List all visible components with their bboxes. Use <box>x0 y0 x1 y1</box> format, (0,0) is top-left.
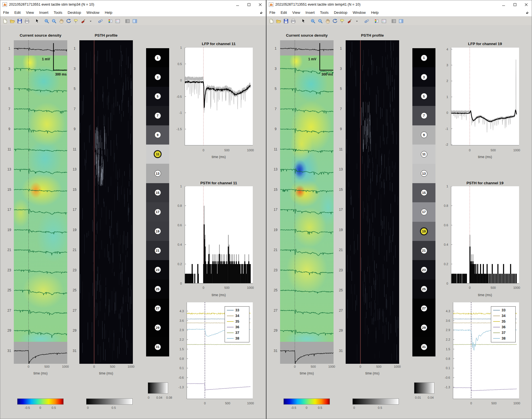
data-cursor-icon[interactable] <box>73 18 79 24</box>
channel-select-11[interactable]: 11 <box>412 145 435 164</box>
menu-edit[interactable]: Edit <box>281 10 287 15</box>
save-icon[interactable] <box>16 18 23 24</box>
link-plot-icon[interactable] <box>97 18 104 24</box>
channel-chip[interactable]: 1 <box>421 55 427 61</box>
menu-file[interactable]: File <box>269 10 275 15</box>
channel-select-15[interactable]: 15 <box>146 183 169 202</box>
channel-select-29[interactable]: 29 <box>146 318 169 337</box>
zoom-out-icon[interactable] <box>317 18 323 24</box>
menu-file[interactable]: File <box>3 10 9 15</box>
print-icon[interactable] <box>24 18 30 24</box>
insert-colorbar-icon[interactable] <box>107 18 113 24</box>
print-icon[interactable] <box>290 18 296 24</box>
insert-legend-icon[interactable] <box>381 18 387 24</box>
channel-chip[interactable]: 17 <box>421 209 427 215</box>
channel-select-25[interactable]: 25 <box>146 280 169 299</box>
dock-figure-icon[interactable] <box>260 11 263 14</box>
channel-chip[interactable]: 27 <box>421 305 427 312</box>
channel-chip[interactable]: 19 <box>155 228 161 234</box>
channel-chip[interactable]: 17 <box>155 209 161 215</box>
channel-select-13[interactable]: 13 <box>146 164 169 183</box>
channel-select-19[interactable]: 19 <box>412 222 435 241</box>
menu-help[interactable]: Help <box>371 10 379 15</box>
channel-chip[interactable]: 23 <box>421 267 427 273</box>
channel-chip[interactable]: 25 <box>421 286 427 292</box>
maximize-button[interactable] <box>509 0 520 9</box>
brush-icon[interactable] <box>80 18 86 24</box>
selected-channel-chip[interactable]: 11 <box>154 150 162 158</box>
channel-chip[interactable]: 21 <box>155 247 161 254</box>
zoom-in-icon[interactable] <box>43 18 50 24</box>
maximize-button[interactable] <box>243 0 254 9</box>
channel-chip[interactable]: 3 <box>155 74 161 80</box>
close-button[interactable] <box>520 0 532 9</box>
channel-select-7[interactable]: 7 <box>146 106 169 125</box>
pan-icon[interactable] <box>58 18 64 24</box>
channel-select-3[interactable]: 3 <box>412 67 435 87</box>
channel-chip[interactable]: 5 <box>155 93 161 99</box>
channel-select-21[interactable]: 21 <box>146 241 169 260</box>
pointer-icon[interactable] <box>33 18 40 24</box>
save-icon[interactable] <box>283 18 289 24</box>
channel-chip[interactable]: 9 <box>155 132 161 138</box>
channel-chip[interactable]: 13 <box>155 170 161 177</box>
channel-select-1[interactable]: 1 <box>146 48 169 67</box>
rotate-3d-icon[interactable] <box>65 18 72 24</box>
show-plot-tools-icon[interactable] <box>398 18 404 24</box>
channel-select-29[interactable]: 29 <box>412 318 435 337</box>
channel-select-5[interactable]: 5 <box>412 87 435 106</box>
channel-chip[interactable]: 11 <box>421 151 427 158</box>
channel-select-9[interactable]: 9 <box>412 125 435 145</box>
brush-icon[interactable] <box>346 18 353 24</box>
brush-caret-icon[interactable] <box>354 18 360 24</box>
menu-insert[interactable]: Insert <box>305 10 315 15</box>
channel-select-25[interactable]: 25 <box>412 280 435 299</box>
open-file-icon[interactable] <box>275 18 282 24</box>
channel-select-21[interactable]: 21 <box>412 241 435 260</box>
channel-chip[interactable]: 25 <box>155 286 161 292</box>
channel-chip[interactable]: 21 <box>421 247 427 254</box>
menu-help[interactable]: Help <box>105 10 112 15</box>
channel-select-11[interactable]: 11 <box>146 145 169 164</box>
channel-select-27[interactable]: 27 <box>412 299 435 318</box>
menu-tools[interactable]: Tools <box>54 10 62 15</box>
channel-chip[interactable]: 29 <box>421 324 427 331</box>
channel-chip[interactable]: 7 <box>421 112 427 119</box>
menu-tools[interactable]: Tools <box>320 10 328 15</box>
show-plot-tools-icon[interactable] <box>131 18 138 24</box>
channel-select-23[interactable]: 23 <box>412 260 435 279</box>
open-file-icon[interactable] <box>9 18 15 24</box>
menu-view[interactable]: View <box>26 10 34 15</box>
menu-window[interactable]: Window <box>353 10 366 15</box>
close-button[interactable] <box>254 0 266 9</box>
insert-legend-icon[interactable] <box>114 18 121 24</box>
menu-insert[interactable]: Insert <box>39 10 48 15</box>
channel-select-3[interactable]: 3 <box>146 67 169 87</box>
zoom-out-icon[interactable] <box>51 18 57 24</box>
channel-select-5[interactable]: 5 <box>146 87 169 106</box>
channel-select-13[interactable]: 13 <box>412 164 435 183</box>
menu-desktop[interactable]: Desktop <box>68 10 81 15</box>
zoom-in-icon[interactable] <box>310 18 316 24</box>
channel-chip[interactable]: 1 <box>155 55 161 61</box>
channel-chip[interactable]: 7 <box>155 112 161 119</box>
channel-chip[interactable]: 15 <box>155 189 161 196</box>
channel-select-17[interactable]: 17 <box>146 202 169 221</box>
channel-chip[interactable]: 23 <box>155 267 161 273</box>
hide-plot-tools-icon[interactable] <box>390 18 397 24</box>
channel-select-27[interactable]: 27 <box>146 299 169 318</box>
channel-select-1[interactable]: 1 <box>412 48 435 67</box>
channel-select-9[interactable]: 9 <box>146 125 169 145</box>
channel-chip[interactable]: 3 <box>421 74 427 80</box>
menu-view[interactable]: View <box>292 10 300 15</box>
channel-select-19[interactable]: 19 <box>146 222 169 241</box>
data-cursor-icon[interactable] <box>339 18 345 24</box>
channel-chip[interactable]: 13 <box>421 170 427 177</box>
channel-chip[interactable]: 15 <box>421 189 427 196</box>
pan-icon[interactable] <box>324 18 331 24</box>
channel-select-15[interactable]: 15 <box>412 183 435 202</box>
channel-chip[interactable]: 27 <box>155 305 161 312</box>
minimize-button[interactable] <box>232 0 243 9</box>
channel-select-7[interactable]: 7 <box>412 106 435 125</box>
new-file-icon[interactable] <box>2 18 8 24</box>
